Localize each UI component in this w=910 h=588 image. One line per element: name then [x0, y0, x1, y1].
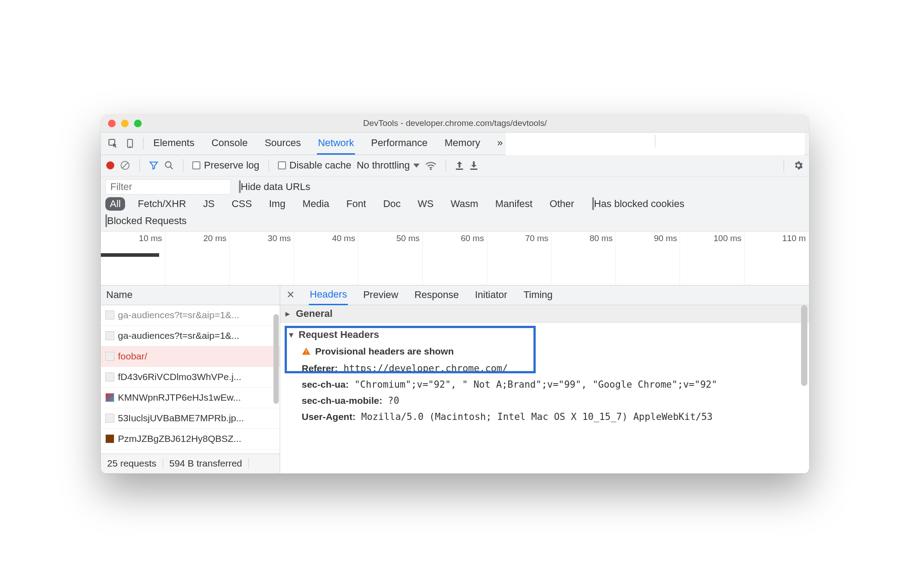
- titlebar: DevTools - developer.chrome.com/tags/dev…: [101, 115, 809, 133]
- throttling-select[interactable]: No throttling: [357, 160, 420, 171]
- request-list[interactable]: ga-audiences?t=sr&aip=1&... ga-audiences…: [101, 305, 280, 454]
- request-row[interactable]: ga-audiences?t=sr&aip=1&...: [101, 305, 280, 326]
- preserve-log-label: Preserve log: [204, 160, 260, 171]
- detail-tab-preview[interactable]: Preview: [362, 285, 399, 304]
- request-name: ga-audiences?t=sr&aip=1&...: [118, 330, 239, 341]
- request-row[interactable]: PzmJZBgZBJ612Hy8QBSZ...: [101, 429, 280, 450]
- detail-tab-timing[interactable]: Timing: [523, 285, 554, 304]
- svg-rect-12: [470, 169, 477, 170]
- general-section-toggle[interactable]: General: [280, 305, 809, 323]
- close-window-button[interactable]: [108, 120, 116, 127]
- tab-memory[interactable]: Memory: [444, 133, 481, 155]
- provisional-headers-warning: Provisional headers are shown: [280, 343, 809, 360]
- filter-type-manifest[interactable]: Manifest: [491, 197, 537, 211]
- filter-type-ws[interactable]: WS: [413, 197, 438, 211]
- tick-label: 60 ms: [461, 233, 484, 243]
- has-blocked-cookies-checkbox[interactable]: Has blocked cookies: [592, 198, 685, 210]
- scrollbar[interactable]: [801, 305, 807, 386]
- search-icon[interactable]: [164, 160, 174, 170]
- request-name: PzmJZBgZBJ612Hy8QBSZ...: [118, 433, 241, 444]
- filter-type-other[interactable]: Other: [545, 197, 579, 211]
- separator: [446, 159, 446, 172]
- upload-har-icon[interactable]: [455, 160, 464, 170]
- header-row: sec-ch-ua-mobile: ?0: [280, 393, 809, 409]
- network-conditions-icon[interactable]: [425, 161, 437, 170]
- network-settings-gear-icon[interactable]: [793, 160, 804, 171]
- filter-type-doc[interactable]: Doc: [379, 197, 405, 211]
- filter-bar: Hide data URLs All Fetch/XHR JS CSS Img …: [101, 177, 809, 232]
- headers-body[interactable]: General Request Headers Provisional head…: [280, 305, 809, 473]
- request-row[interactable]: ga-audiences?t=sr&aip=1&...: [101, 326, 280, 346]
- tab-performance[interactable]: Performance: [370, 133, 429, 155]
- svg-line-7: [122, 163, 128, 168]
- tick-label: 90 ms: [654, 233, 677, 243]
- filter-type-fetchxhr[interactable]: Fetch/XHR: [133, 197, 191, 211]
- hide-data-urls-checkbox[interactable]: Hide data URLs: [239, 181, 310, 193]
- minimize-window-button[interactable]: [121, 120, 129, 127]
- warning-icon: [302, 347, 311, 356]
- zoom-window-button[interactable]: [134, 120, 142, 127]
- network-split-panel: Name ga-audiences?t=sr&aip=1&... ga-audi…: [101, 285, 809, 474]
- preserve-log-checkbox[interactable]: Preserve log: [192, 160, 260, 171]
- tab-elements[interactable]: Elements: [152, 133, 195, 155]
- request-row[interactable]: fD43v6RiVCDlmo3WhVPe.j...: [101, 367, 280, 388]
- more-tabs-button[interactable]: »: [496, 133, 503, 155]
- request-row[interactable]: KMNWpnRJTP6eHJs1wEw...: [101, 388, 280, 408]
- detail-tab-headers[interactable]: Headers: [309, 285, 348, 305]
- request-headers-toggle[interactable]: Request Headers: [280, 323, 809, 343]
- file-thumb-icon: [105, 414, 114, 423]
- request-detail-panel: ✕ Headers Preview Response Initiator Tim…: [280, 285, 809, 473]
- separator: [784, 159, 784, 172]
- request-row-selected[interactable]: foobar/: [101, 346, 280, 367]
- inspect-element-icon[interactable]: [105, 136, 121, 151]
- window-controls: [108, 120, 142, 127]
- download-har-icon[interactable]: [469, 160, 478, 170]
- detail-tabs: ✕ Headers Preview Response Initiator Tim…: [280, 285, 809, 305]
- file-thumb-icon: [105, 311, 114, 320]
- hide-data-urls-label: Hide data URLs: [241, 181, 310, 192]
- request-list-panel: Name ga-audiences?t=sr&aip=1&... ga-audi…: [101, 285, 280, 473]
- dropdown-caret-icon: [413, 164, 420, 168]
- filter-funnel-icon[interactable]: [149, 160, 159, 170]
- devtools-window: DevTools - developer.chrome.com/tags/dev…: [101, 115, 809, 474]
- svg-rect-11: [456, 169, 463, 170]
- tab-sources[interactable]: Sources: [264, 133, 302, 155]
- request-row[interactable]: 53IuclsjUVBaBME7MPRb.jp...: [101, 408, 280, 429]
- filter-type-img[interactable]: Img: [264, 197, 290, 211]
- request-row[interactable]: nBjAqf1PuX7O2nvJbJck.jp...: [101, 450, 280, 454]
- tick-label: 80 ms: [589, 233, 613, 243]
- file-thumb-icon: [105, 372, 114, 381]
- filter-type-all[interactable]: All: [105, 197, 125, 211]
- filter-type-media[interactable]: Media: [298, 197, 334, 211]
- filter-input[interactable]: [105, 179, 231, 195]
- transferred-size: 594 B transferred: [163, 458, 249, 469]
- checkbox-icon: [192, 161, 200, 169]
- svg-line-9: [170, 167, 173, 169]
- scrollbar[interactable]: [273, 314, 279, 404]
- header-row: Referer: https://developer.chrome.com/: [280, 360, 809, 376]
- disable-cache-checkbox[interactable]: Disable cache: [278, 160, 351, 171]
- clear-icon[interactable]: [120, 160, 130, 171]
- svg-point-10: [430, 169, 431, 170]
- request-headers-label: Request Headers: [299, 329, 379, 341]
- record-button[interactable]: [106, 161, 114, 169]
- file-thumb-icon: [105, 331, 114, 340]
- blocked-requests-checkbox[interactable]: Blocked Requests: [105, 215, 186, 227]
- filter-type-js[interactable]: JS: [199, 197, 219, 211]
- tab-console[interactable]: Console: [211, 133, 249, 155]
- tick-label: 50 ms: [396, 233, 420, 243]
- detail-tab-initiator[interactable]: Initiator: [474, 285, 508, 304]
- tab-network[interactable]: Network: [317, 133, 355, 155]
- request-list-header[interactable]: Name: [101, 285, 280, 305]
- tick-label: 40 ms: [332, 233, 355, 243]
- filter-type-css[interactable]: CSS: [227, 197, 256, 211]
- filter-type-wasm[interactable]: Wasm: [446, 197, 483, 211]
- close-detail-icon[interactable]: ✕: [286, 289, 295, 301]
- device-toolbar-icon[interactable]: [122, 136, 138, 151]
- detail-tab-response[interactable]: Response: [413, 285, 459, 304]
- filter-type-font[interactable]: Font: [342, 197, 371, 211]
- overview-timeline[interactable]: 10 ms 20 ms 30 ms 40 ms 50 ms 60 ms 70 m…: [101, 232, 809, 285]
- request-name: KMNWpnRJTP6eHJs1wEw...: [118, 392, 241, 403]
- header-row: sec-ch-ua: "Chromium";v="92", " Not A;Br…: [280, 376, 809, 393]
- type-filters: All Fetch/XHR JS CSS Img Media Font Doc …: [105, 197, 805, 213]
